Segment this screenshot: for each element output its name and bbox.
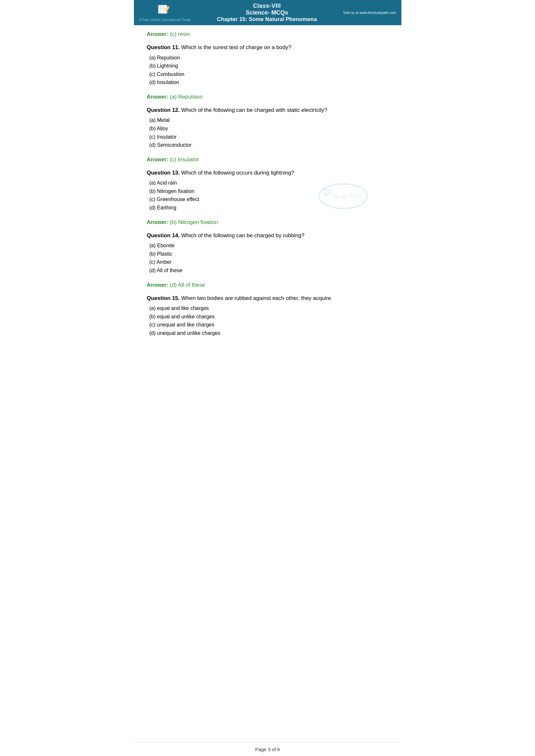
q12-option-b: (b) Alloy [150, 124, 388, 133]
answer-12-value: (c) Insulator [169, 156, 199, 163]
chapter-line: Chapter 15: Some Natural Phenomena [191, 16, 343, 23]
question-14-block: Question 14. Which of the following can … [147, 231, 388, 275]
question-12-options: (a) Metal (b) Alloy (c) Insulator (d) Se… [150, 116, 388, 149]
q13-option-d: (d) Earthing [150, 203, 388, 212]
q15-option-d: (d) unequal and unlike charges [150, 329, 388, 338]
website-link: Visit us at www.thestudypath.com [343, 11, 396, 14]
q12-option-a: (a) Metal [150, 116, 388, 124]
header: A Free Online Educational Portal Class-V… [134, 0, 401, 25]
q11-option-d: (d) Insulation [150, 78, 388, 87]
q14-option-c: (c) Amber [150, 258, 388, 266]
answer-11-label: Answer: [147, 94, 169, 100]
question-15-label: Question 15. [147, 295, 180, 301]
answer-14: Answer: (d) All of these [147, 282, 388, 288]
question-14-label: Question 14. [147, 232, 180, 238]
question-12-block: Question 12. Which of the following can … [147, 106, 388, 149]
q15-option-c: (c) unequal and like charges [150, 321, 388, 329]
question-12-label: Question 12. [147, 107, 180, 113]
q11-option-c: (c) Combustion [150, 70, 388, 79]
question-11-text: Question 11. Which is the surest test of… [147, 43, 388, 52]
question-11-block: Question 11. Which is the surest test of… [147, 43, 388, 87]
answer-13: Answer: (b) Nitrogen fixation [147, 219, 388, 226]
question-15-text: Question 15. When two bodies are rubbed … [147, 294, 388, 303]
q14-option-b: (b) Plastic [150, 250, 388, 258]
q15-option-a: (a) equal and like charges [150, 304, 388, 312]
answer-11: Answer: (a) Repulsion [147, 94, 388, 100]
q14-option-d: (d) All of these [150, 266, 388, 275]
answer-10: Answer: (c) resin [147, 31, 388, 38]
question-11-label: Question 11. [147, 44, 180, 50]
header-center: Class-VIII Science- MCQs Chapter 15: Som… [191, 3, 343, 23]
q13-option-b: (b) Nitrogen fixation [150, 187, 388, 196]
answer-12-label: Answer: [147, 156, 169, 163]
question-12-body: Which of the following can be charged wi… [180, 107, 327, 113]
svg-marker-7 [168, 11, 169, 13]
q11-option-b: (b) Lightning [150, 62, 388, 70]
question-13-options: (a) Acid rain (b) Nitrogen fixation (c) … [150, 179, 388, 212]
svg-rect-2 [161, 5, 167, 14]
answer-10-label: Answer: [147, 31, 169, 37]
question-15-body: When two bodies are rubbed against each … [180, 295, 331, 301]
answer-11-value: (a) Repulsion [169, 94, 203, 100]
logo-icon [156, 4, 174, 17]
answer-10-value: (c) resin [169, 31, 190, 37]
question-12-text: Question 12. Which of the following can … [147, 106, 388, 114]
class-line: Class-VIII [191, 3, 343, 9]
question-14-text: Question 14. Which of the following can … [147, 231, 388, 240]
q12-option-c: (c) Insulator [150, 133, 388, 141]
q13-option-a: (a) Acid rain [150, 179, 388, 187]
portal-label: A Free Online Educational Portal [139, 18, 191, 22]
q12-option-d: (d) Semiconductor [150, 141, 388, 149]
answer-13-label: Answer: [147, 219, 169, 225]
question-11-body: Which is the surest test of charge on a … [180, 44, 292, 50]
question-15-options: (a) equal and like charges (b) equal and… [150, 304, 388, 337]
answer-12: Answer: (c) Insulator [147, 156, 388, 163]
logo-area: A Free Online Educational Portal [139, 4, 191, 22]
question-13-body: Which of the following occurs during lig… [180, 170, 294, 176]
subject-line: Science- MCQs [191, 9, 343, 16]
answer-14-value: (d) All of these [169, 282, 205, 288]
page: A Free Online Educational Portal Class-V… [134, 0, 401, 378]
answer-14-label: Answer: [147, 282, 169, 288]
q15-option-b: (b) equal and unlike charges [150, 312, 388, 321]
question-14-options: (a) Ebonite (b) Plastic (c) Amber (d) Al… [150, 241, 388, 274]
question-15-block: Question 15. When two bodies are rubbed … [147, 294, 388, 338]
question-13-container: Question 13. Which of the following occu… [147, 169, 388, 215]
question-13-block: Question 13. Which of the following occu… [147, 169, 388, 212]
question-13-text: Question 13. Which of the following occu… [147, 169, 388, 177]
answer-13-value: (b) Nitrogen fixation [169, 219, 218, 225]
q14-option-a: (a) Ebonite [150, 241, 388, 250]
question-14-body: Which of the following can be charged by… [180, 232, 305, 238]
q11-option-a: (a) Repulsion [150, 54, 388, 62]
question-13-label: Question 13. [147, 170, 180, 176]
content-area: Answer: (c) resin Question 11. Which is … [134, 25, 401, 345]
question-11-options: (a) Repulsion (b) Lightning (c) Combusti… [150, 54, 388, 87]
q13-option-c: (c) Greenhouse effect [150, 195, 388, 203]
